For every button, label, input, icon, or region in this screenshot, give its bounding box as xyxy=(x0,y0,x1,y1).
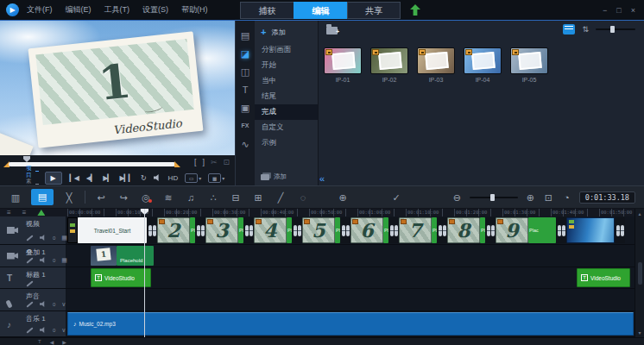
template-thumbnail[interactable]: IP-03 xyxy=(417,47,455,83)
collapse-panel-icon[interactable]: « xyxy=(319,174,325,183)
transition-icon[interactable] xyxy=(615,217,625,243)
close-button[interactable]: × xyxy=(631,6,635,15)
enlarge-preview-icon[interactable]: ⊡ xyxy=(223,158,230,166)
transition-icon[interactable] xyxy=(437,217,447,243)
slider-knob[interactable] xyxy=(610,26,615,33)
sound-mixer-icon[interactable]: ≋ xyxy=(161,190,175,205)
scrubber-handle[interactable] xyxy=(23,156,30,162)
storyboard-view-icon[interactable]: ▥ xyxy=(9,190,22,205)
title-clip-1[interactable]: TVideoStudio xyxy=(91,268,151,287)
transition-icon[interactable] xyxy=(243,217,254,243)
hd-quality-button[interactable]: HD xyxy=(168,174,179,182)
template-thumbnail[interactable]: IP-02 xyxy=(370,47,408,83)
expand-icon[interactable]: ∨ xyxy=(61,301,66,307)
scroll-right-icon[interactable]: ▶ xyxy=(62,339,66,345)
track-motion-icon[interactable]: ⊕ xyxy=(336,190,350,205)
menu-item-0[interactable]: 文件(F) xyxy=(27,4,53,16)
vertical-scrollbar[interactable]: ▴ ▾ xyxy=(635,209,644,337)
mark-in-icon[interactable]: [ xyxy=(194,158,197,166)
track-header-1[interactable]: 叠加 10▦ xyxy=(0,245,66,267)
transition-icon[interactable] xyxy=(485,217,496,243)
speaker-icon[interactable] xyxy=(154,174,161,181)
trim-handle-right[interactable] xyxy=(174,161,180,167)
mark-out-icon[interactable]: ] xyxy=(202,158,205,166)
go-start-icon[interactable]: ▎◀ xyxy=(70,174,79,182)
tools-icon[interactable]: ╳ xyxy=(62,190,76,205)
title-clip-2[interactable]: TVideoStudio xyxy=(577,268,630,287)
add-category-button[interactable]: + 添加 xyxy=(255,25,318,40)
menu-item-3[interactable]: 设置(S) xyxy=(142,4,168,16)
transition-icon[interactable] xyxy=(147,217,157,243)
upload-arrow-icon[interactable] xyxy=(410,4,420,16)
aspect-ratio-dropdown[interactable]: ▭ ▾ xyxy=(185,173,201,183)
mute-icon[interactable] xyxy=(40,257,46,263)
graphic-icon[interactable]: ▣ xyxy=(241,103,249,113)
prev-frame-icon[interactable]: ◀▎ xyxy=(86,174,95,182)
clip-number-7[interactable]: 7 xyxy=(399,217,432,243)
overlay-clip-thumb[interactable]: 1 xyxy=(91,246,117,266)
mask-creator-icon[interactable]: ◌ xyxy=(296,190,310,205)
category-item-0[interactable]: 分割画面 xyxy=(255,42,318,58)
clip-number-8[interactable]: 8 xyxy=(447,217,480,243)
clip-placeholder-end[interactable]: Plac xyxy=(528,217,556,243)
add-track-icon[interactable]: ≡ xyxy=(22,209,27,216)
template-thumbnail[interactable]: IP-01 xyxy=(324,47,362,83)
clip-number-9[interactable]: 9 xyxy=(496,217,528,243)
title-icon[interactable]: T xyxy=(243,85,249,95)
timeline-view-icon[interactable]: ▤ xyxy=(31,189,54,205)
menu-item-2[interactable]: 工具(T) xyxy=(104,4,130,16)
auto-music-icon[interactable]: ♫ xyxy=(184,190,198,205)
thumbnail-size-slider[interactable] xyxy=(596,28,635,30)
fit-timeline-icon[interactable]: ⊡ xyxy=(543,190,554,205)
motion-tracking-icon[interactable]: ∴ xyxy=(206,190,220,205)
play-button[interactable]: ▶ xyxy=(45,172,62,185)
project-duration-icon[interactable]: ◔ xyxy=(561,190,572,205)
category-item-1[interactable]: 开始 xyxy=(255,58,318,73)
clip-number-5[interactable]: 5 xyxy=(302,217,335,243)
scroll-up-icon[interactable]: ▴ xyxy=(638,210,641,216)
mute-icon[interactable] xyxy=(40,301,46,307)
clip-number-6[interactable]: 6 xyxy=(350,217,383,243)
menu-item-4[interactable]: 帮助(H) xyxy=(181,4,208,16)
template-thumbnail[interactable]: IP-05 xyxy=(510,47,548,83)
ripple-edit-icon[interactable] xyxy=(26,257,33,263)
transition-icon[interactable] xyxy=(340,217,350,243)
timeline-ruler[interactable]: 00:00:00:0000:00:10:0000:00:20:0000:00:3… xyxy=(67,209,635,216)
multi-camera-editor-icon[interactable]: ✓ xyxy=(389,190,403,205)
zoom-in-icon[interactable]: ⊕ xyxy=(525,190,536,205)
grid-icon[interactable]: ▦ xyxy=(61,257,67,263)
music-clip[interactable]: ♪Music_02.mp3 xyxy=(67,312,634,336)
filter-icon[interactable]: FX xyxy=(242,121,249,131)
split-screen-template-icon[interactable]: ⊞ xyxy=(251,190,265,205)
redo-icon[interactable]: ↪ xyxy=(117,190,130,205)
category-item-5[interactable]: 自定义 xyxy=(255,120,318,135)
menu-item-1[interactable]: 编辑(E) xyxy=(66,4,92,16)
library-footer-button[interactable]: 添加 xyxy=(261,172,287,181)
category-item-4[interactable]: 完成 xyxy=(255,104,318,120)
category-item-2[interactable]: 当中 xyxy=(255,73,318,89)
maximize-button[interactable]: □ xyxy=(616,6,621,15)
grid-icon[interactable]: ▦ xyxy=(61,235,67,241)
text-track-icon[interactable]: T xyxy=(38,339,41,344)
next-frame-icon[interactable]: ▶▎ xyxy=(103,174,111,182)
instant-project-icon[interactable]: ◪ xyxy=(241,48,249,59)
tab-share[interactable]: 共享 xyxy=(347,2,401,19)
clip-sky-end[interactable] xyxy=(566,217,615,243)
ripple-edit-icon[interactable] xyxy=(37,210,45,216)
category-item-3[interactable]: 结尾 xyxy=(255,89,318,104)
tab-edit[interactable]: 编辑 xyxy=(294,2,347,19)
transition-icon[interactable] xyxy=(556,217,566,243)
preview-size-dropdown[interactable]: ▦ ▾ xyxy=(208,173,224,183)
track-header-0[interactable]: 视频0▦ xyxy=(0,216,66,244)
track-manager-icon[interactable]: ≡ xyxy=(7,209,11,216)
list-view-icon[interactable] xyxy=(563,24,575,34)
project-duration-timecode[interactable]: 0:01:33.18 xyxy=(579,191,635,204)
motion-path-icon[interactable]: ∿ xyxy=(241,139,249,149)
mode-project[interactable]: 项目 xyxy=(26,165,39,178)
sort-icon[interactable]: ⇅ xyxy=(582,25,589,34)
clip-number-2[interactable]: 2 xyxy=(157,217,190,243)
track-header-3[interactable]: 声音0∨ xyxy=(0,289,66,310)
transition-icon[interactable] xyxy=(388,217,399,243)
undo-icon[interactable]: ↩ xyxy=(94,190,108,205)
media-library-icon[interactable]: ▤ xyxy=(241,30,249,41)
